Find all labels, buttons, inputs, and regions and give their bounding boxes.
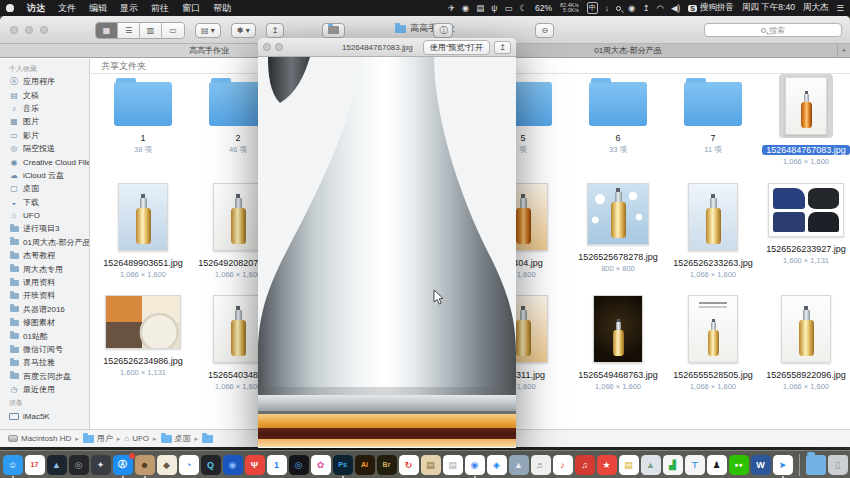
coverflow-view-button[interactable]: ▭ xyxy=(162,23,184,38)
sidebar-item-进行项目3[interactable]: 进行项目3 xyxy=(0,222,89,235)
dock-blue-sphere-app-icon[interactable]: ◉ xyxy=(223,455,243,475)
file-item-selected[interactable]: 1526484767083.jpg 1,066 × 1,600 xyxy=(762,74,850,166)
folder-item[interactable]: 1 38 项 xyxy=(99,74,187,155)
dock-preview-app-icon[interactable]: ▲ xyxy=(509,455,529,475)
delete-button[interactable]: ⊖ xyxy=(535,23,554,38)
arrow-down-icon[interactable]: ↓ xyxy=(605,3,609,13)
file-item[interactable]: 1526549468763.jpg 1,066 × 1,600 xyxy=(574,295,662,391)
path-crumb-Macintosh HD[interactable]: Macintosh HD xyxy=(8,434,71,443)
sidebar-item-百度云同步盘[interactable]: 百度云同步盘 xyxy=(0,370,89,383)
menu-help[interactable]: 帮助 xyxy=(213,2,231,15)
column-view-button[interactable]: ▥ xyxy=(140,23,162,38)
dock-lens2-app-icon[interactable]: ◎ xyxy=(289,455,309,475)
share-button[interactable]: ↥ xyxy=(266,23,285,38)
sidebar-item-修图素材[interactable]: 修图素材 xyxy=(0,316,89,329)
info-button[interactable]: ⓘ xyxy=(433,23,453,38)
quicklook-titlebar[interactable]: 1526484767083.jpg 使用“预览”打开 ↥ xyxy=(258,38,516,57)
ime-icon[interactable]: 中 xyxy=(587,2,598,14)
quicklook-window[interactable]: 1526484767083.jpg 使用“预览”打开 ↥ xyxy=(258,38,516,448)
sidebar-item-01站酷[interactable]: 01站酷 xyxy=(0,329,89,342)
dock-calendar-icon[interactable]: 17 xyxy=(25,455,45,475)
dock-mic-app-icon[interactable]: Ψ xyxy=(245,455,265,475)
dock-cloud-app-icon[interactable]: ◔ xyxy=(179,455,199,475)
folder-item[interactable]: 6 33 项 xyxy=(574,74,662,155)
dock-user-avatar-icon[interactable]: ☻ xyxy=(135,455,155,475)
folder-item[interactable]: 7 11 项 xyxy=(669,74,757,155)
dock-downloads-folder-icon[interactable] xyxy=(806,455,826,475)
file-item[interactable]: 1526489903651.jpg 1,066 × 1,600 xyxy=(99,183,187,279)
menu-window[interactable]: 窗口 xyxy=(182,2,200,15)
path-crumb-folder[interactable] xyxy=(202,435,213,443)
sidebar-item-icloud-云盘[interactable]: ☁iCloud 云盘 xyxy=(0,169,89,182)
mic-icon[interactable]: ψ xyxy=(491,3,497,13)
moon-icon[interactable]: ☾ xyxy=(519,3,527,13)
fullscreen-button[interactable] xyxy=(275,43,283,51)
dock-cards-app-icon[interactable]: ▤ xyxy=(421,455,441,475)
battery-percent[interactable]: 62% xyxy=(535,3,552,13)
dock-word-icon[interactable]: W xyxy=(751,455,771,475)
group-button[interactable]: ▤ ▾ xyxy=(195,23,221,38)
menu-file[interactable]: 文件 xyxy=(58,2,76,15)
dock-notes-icon[interactable]: ▤ xyxy=(619,455,639,475)
dock-diamond-app-icon[interactable]: ◆ xyxy=(157,455,177,475)
sidebar-item-音乐[interactable]: ♪音乐 xyxy=(0,102,89,115)
sidebar-item-图片[interactable]: ▦图片 xyxy=(0,115,89,128)
sidebar-item-开班资料[interactable]: 开班资料 xyxy=(0,289,89,302)
file-item[interactable]: 1526526234986.jpg 1,600 × 1,131 xyxy=(99,295,187,377)
path-crumb-桌面[interactable]: 桌面 xyxy=(161,433,191,444)
share-button[interactable]: ↥ xyxy=(494,41,511,54)
search-input[interactable]: 搜索 xyxy=(704,23,842,37)
apple-menu-icon[interactable] xyxy=(6,4,14,12)
volume-icon[interactable]: ◀) xyxy=(671,3,680,13)
sidebar-item-桌面[interactable]: ▢桌面 xyxy=(0,182,89,195)
notification-center-icon[interactable]: ☰ xyxy=(836,3,844,13)
dock-chrome-icon[interactable]: ◉ xyxy=(465,455,485,475)
dock-trash-icon[interactable]: ▯ xyxy=(828,455,848,475)
sidebar-item-creative-cloud-files[interactable]: ◉Creative Cloud Files xyxy=(0,155,89,168)
dock-itunes-icon[interactable]: ♪ xyxy=(553,455,573,475)
dock-qq-icon[interactable]: ♟ xyxy=(707,455,727,475)
dock-dark-circle-app-icon[interactable]: ▲ xyxy=(47,455,67,475)
sidebar-item-微信订阅号[interactable]: 微信订阅号 xyxy=(0,343,89,356)
dock-illustrator-icon[interactable]: Ai xyxy=(355,455,375,475)
dock-band-app-icon[interactable]: ♬ xyxy=(531,455,551,475)
ime-menu[interactable]: S 搜狗拼音 xyxy=(688,2,734,14)
file-item[interactable]: 1526526233263.jpg 1,066 × 1,600 xyxy=(669,183,757,279)
sidebar-item-imac5k[interactable]: iMac5K xyxy=(0,409,89,422)
sidebar-item-兵器谱2016[interactable]: 兵器谱2016 xyxy=(0,303,89,316)
dock-star-app-icon[interactable]: ★ xyxy=(597,455,617,475)
spotlight-icon[interactable] xyxy=(616,3,621,13)
sidebar-item-最近使用[interactable]: ◷最近使用 xyxy=(0,383,89,396)
menu-view[interactable]: 显示 xyxy=(120,2,138,15)
dock-photoshop-icon[interactable]: Ps xyxy=(333,455,353,475)
sidebar-item-下载[interactable]: ◒下载 xyxy=(0,196,89,209)
dock-launchpad-icon[interactable]: ✦ xyxy=(91,455,111,475)
path-crumb-用户[interactable]: 用户 xyxy=(83,433,113,444)
net-speed[interactable]: 82.4K/s5.0K/s xyxy=(560,3,579,14)
wifi-icon[interactable]: ◠ xyxy=(657,3,664,13)
siri-icon[interactable]: ◉ xyxy=(628,3,635,13)
file-item[interactable]: 1526555528505.jpg 1,066 × 1,600 xyxy=(669,295,757,391)
new-folder-button[interactable] xyxy=(322,23,345,38)
dock-sync-app-icon[interactable]: ↻ xyxy=(399,455,419,475)
dock-netease-music-icon[interactable]: ♫ xyxy=(575,455,595,475)
sidebar-item-影片[interactable]: ▭影片 xyxy=(0,129,89,142)
new-tab-button[interactable]: + xyxy=(838,44,850,57)
dock-flower-app-icon[interactable]: ✿ xyxy=(311,455,331,475)
sidebar-item-文稿[interactable]: ▤文稿 xyxy=(0,88,89,101)
sidebar-item-杰哥教程[interactable]: 杰哥教程 xyxy=(0,249,89,262)
menu-finder[interactable]: 访达 xyxy=(27,2,45,15)
sidebar-item-隔空投送[interactable]: ◎隔空投送 xyxy=(0,142,89,155)
path-crumb-UFO[interactable]: ⌂UFO xyxy=(124,434,149,443)
menu-edit[interactable]: 编辑 xyxy=(89,2,107,15)
paperplane-icon[interactable]: ✈ xyxy=(448,3,455,13)
dock-bridge-icon[interactable]: Br xyxy=(377,455,397,475)
camera-icon[interactable]: ◉ xyxy=(462,3,469,13)
dock-numbers-icon[interactable]: ▟ xyxy=(663,455,683,475)
dock-one-app-icon[interactable]: 1 xyxy=(267,455,287,475)
clock[interactable]: 周四 下午8:40 xyxy=(742,2,795,14)
clipboard-icon[interactable]: ▤ xyxy=(476,3,484,13)
dock-thunder-icon[interactable]: ➤ xyxy=(773,455,793,475)
dock-safari-icon[interactable]: ◈ xyxy=(487,455,507,475)
sidebar-item-周大杰专用[interactable]: 周大杰专用 xyxy=(0,262,89,275)
